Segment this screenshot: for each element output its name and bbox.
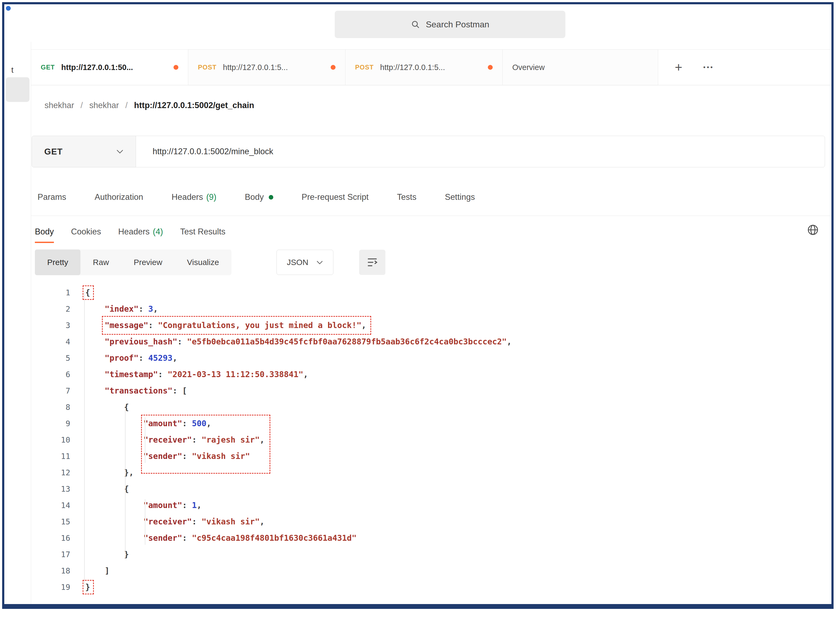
line-number: 13: [31, 484, 70, 493]
response-tab-cookies[interactable]: Cookies: [71, 227, 101, 243]
tab-method-badge: POST: [198, 64, 217, 71]
tab-method-badge: GET: [41, 64, 55, 71]
code-line-8: 8 {: [31, 399, 831, 415]
tab-pre-request-script[interactable]: Pre-request Script: [302, 192, 369, 202]
line-number: 7: [31, 386, 70, 395]
code-line-2: 2 "index": 3,: [31, 301, 831, 317]
breadcrumb-collection[interactable]: shekhar: [89, 101, 119, 110]
request-config-tabs: Params Authorization Headers (9) Body Pr…: [37, 186, 475, 209]
code-line-13: 13 {: [31, 481, 831, 497]
method-dropdown[interactable]: GET: [32, 136, 136, 167]
line-number: 19: [31, 582, 70, 592]
code-line-15: 15 "receiver": "vikash sir",: [31, 513, 831, 530]
search-icon: [411, 20, 420, 29]
code-line-1: 1{: [31, 284, 831, 301]
line-number: 11: [31, 452, 70, 461]
wrap-lines-icon: [367, 257, 378, 268]
request-tab-2[interactable]: POST http://127.0.0.1:5...: [188, 50, 346, 85]
indent-guide: [84, 293, 85, 587]
response-tab-headers[interactable]: Headers (4): [118, 227, 163, 243]
tab-method-badge: POST: [355, 64, 374, 71]
response-body-editor[interactable]: 1{2 "index": 3,3 "message": "Congratulat…: [31, 284, 831, 601]
tab-tests[interactable]: Tests: [397, 192, 416, 202]
search-placeholder: Search Postman: [426, 19, 490, 30]
breadcrumb-workspace[interactable]: shekhar: [45, 101, 74, 110]
chevron-down-icon: [316, 260, 323, 264]
line-number: 10: [31, 435, 70, 444]
code-line-5: 5 "proof": 45293,: [31, 350, 831, 366]
open-in-browser-button[interactable]: [806, 223, 819, 236]
tab-bar: GET http://127.0.0.1:50... POST http://1…: [31, 49, 831, 85]
new-tab-button[interactable]: +: [675, 61, 682, 74]
unsaved-changes-dot: [488, 65, 493, 70]
response-toolbar: Pretty Raw Preview Visualize JSON: [35, 250, 385, 275]
response-headers-count: (4): [153, 227, 163, 236]
code-line-14: 14 "amount": 1,: [31, 497, 831, 513]
tab-headers[interactable]: Headers (9): [172, 192, 217, 202]
line-number: 8: [31, 403, 70, 412]
wrap-lines-button[interactable]: [359, 250, 385, 275]
tab-settings[interactable]: Settings: [445, 192, 475, 202]
code-line-4: 4 "previous_hash": "e5fb0ebca011a5b4d39c…: [31, 333, 831, 350]
request-url-bar: GET http://127.0.0.1:5002/mine_block: [32, 136, 825, 167]
tab-title: http://127.0.0.1:5...: [380, 63, 445, 72]
annotation-box-transaction: [141, 415, 270, 474]
chevron-down-icon: [116, 149, 123, 154]
line-number: 14: [31, 501, 70, 510]
unsaved-changes-dot: [174, 65, 178, 70]
sidebar-collapsed-panel[interactable]: [6, 77, 30, 102]
window-corner-logo: [6, 6, 11, 11]
view-mode-pretty[interactable]: Pretty: [35, 250, 80, 275]
line-number: 9: [31, 419, 70, 428]
line-number: 2: [31, 305, 70, 313]
global-search-input[interactable]: Search Postman: [335, 11, 565, 38]
left-rail: t: [4, 42, 31, 604]
line-number: 1: [31, 288, 70, 297]
breadcrumb-current-request: http://127.0.0.1:5002/get_chain: [134, 101, 254, 110]
code-line-19: 19}: [31, 579, 831, 595]
breadcrumb-separator: /: [125, 101, 128, 110]
breadcrumb: shekhar / shekhar / http://127.0.0.1:500…: [45, 99, 254, 112]
url-input[interactable]: http://127.0.0.1:5002/mine_block: [136, 136, 825, 167]
response-tab-test-results[interactable]: Test Results: [180, 227, 226, 243]
indent-guide: [125, 410, 126, 559]
line-number: 15: [31, 517, 70, 526]
tab-body[interactable]: Body: [245, 192, 273, 202]
tab-more-options-button[interactable]: •••: [703, 64, 714, 71]
code-line-17: 17 }: [31, 546, 831, 563]
view-mode-preview[interactable]: Preview: [121, 250, 175, 275]
sidebar-fragment-label: t: [11, 65, 13, 74]
tab-params[interactable]: Params: [37, 192, 66, 202]
response-tab-body[interactable]: Body: [35, 227, 54, 243]
annotation-box-close-brace: [83, 580, 94, 594]
tab-overview[interactable]: Overview: [503, 50, 658, 85]
code-line-16: 16 "sender": "c95c4caa198f4801bf1630c366…: [31, 530, 831, 546]
method-value: GET: [44, 147, 63, 157]
request-tab-3[interactable]: POST http://127.0.0.1:5...: [346, 50, 503, 85]
tab-authorization[interactable]: Authorization: [95, 192, 143, 202]
app-content: Search Postman t GET http://127.0.0.1:50…: [4, 4, 831, 604]
app-window: Search Postman t GET http://127.0.0.1:50…: [2, 2, 834, 609]
line-number: 16: [31, 533, 70, 543]
line-number: 5: [31, 354, 70, 362]
indent-guide: [145, 499, 145, 545]
tab-title: Overview: [512, 63, 545, 72]
unsaved-changes-dot: [331, 65, 335, 70]
code-line-6: 6 "timestamp": "2021-03-13 11:12:50.3388…: [31, 366, 831, 382]
line-number: 4: [31, 337, 70, 346]
url-value: http://127.0.0.1:5002/mine_block: [153, 147, 273, 156]
tab-title: http://127.0.0.1:50...: [61, 63, 133, 72]
view-mode-raw[interactable]: Raw: [80, 250, 121, 275]
request-tab-1[interactable]: GET http://127.0.0.1:50...: [31, 50, 188, 85]
view-mode-visualize[interactable]: Visualize: [175, 250, 232, 275]
line-number: 12: [31, 468, 70, 477]
body-modified-dot: [269, 195, 273, 199]
breadcrumb-separator: /: [80, 101, 83, 110]
tab-actions: + •••: [658, 50, 714, 85]
tab-title: http://127.0.0.1:5...: [223, 63, 288, 72]
line-number: 3: [31, 321, 70, 330]
globe-icon: [807, 224, 819, 236]
format-dropdown[interactable]: JSON: [276, 250, 333, 275]
line-number: 17: [31, 550, 70, 559]
section-divider: [31, 215, 831, 216]
